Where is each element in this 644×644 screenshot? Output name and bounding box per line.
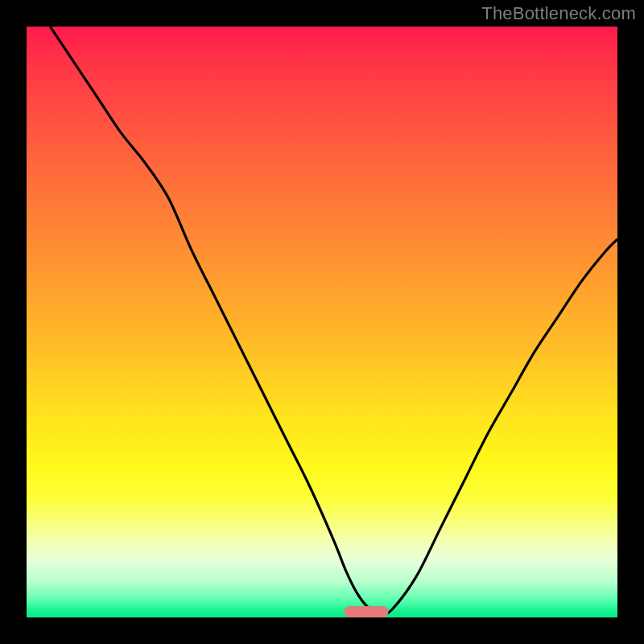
plot-area bbox=[27, 27, 617, 617]
watermark-text: TheBottleneck.com bbox=[481, 3, 636, 24]
bottleneck-curve bbox=[50, 27, 617, 614]
curve-svg bbox=[27, 27, 617, 617]
chart-frame: TheBottleneck.com bbox=[0, 0, 644, 644]
optimal-marker bbox=[345, 606, 389, 617]
